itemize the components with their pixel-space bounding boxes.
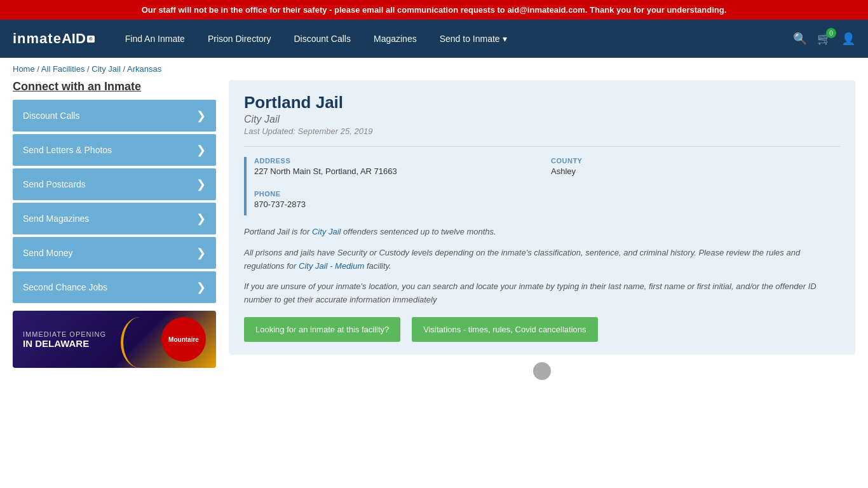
ad-banner[interactable]: IMMEDIATE OPENING IN DELAWARE Mountaire xyxy=(13,311,216,368)
breadcrumb-arkansas[interactable]: Arkansas xyxy=(127,64,161,74)
ad-logo: Mountaire xyxy=(161,317,206,362)
county-value: Ashley xyxy=(551,166,840,176)
main-nav: Find An Inmate Prison Directory Discount… xyxy=(114,20,793,58)
nav-find-inmate[interactable]: Find An Inmate xyxy=(114,20,196,58)
search-inmate-button[interactable]: Looking for an inmate at this facility? xyxy=(244,317,400,342)
action-buttons: Looking for an inmate at this facility? … xyxy=(244,317,840,342)
ad-opening-line: IN DELAWARE xyxy=(23,338,106,349)
nav-prison-directory[interactable]: Prison Directory xyxy=(196,20,283,58)
cart-badge: 0 xyxy=(826,28,836,38)
desc3: If you are unsure of your inmate's locat… xyxy=(244,280,840,307)
sidebar-send-money-label: Send Money xyxy=(23,248,73,258)
address-label: ADDRESS xyxy=(254,157,543,165)
breadcrumb-city-jail[interactable]: City Jail xyxy=(92,64,121,74)
phone-section: PHONE 870-737-2873 xyxy=(254,190,543,209)
county-section: COUNTY Ashley xyxy=(551,157,840,176)
phone-label: PHONE xyxy=(254,190,543,198)
cart-button[interactable]: 🛒 0 xyxy=(817,32,831,46)
user-button[interactable]: 👤 xyxy=(841,32,855,46)
breadcrumb-home[interactable]: Home xyxy=(13,64,35,74)
sidebar-discount-calls-label: Discount Calls xyxy=(23,111,79,121)
facility-name: Portland Jail xyxy=(244,93,840,112)
desc2: All prisons and jails have Security or C… xyxy=(244,247,840,273)
logo-badge: ® xyxy=(87,36,95,43)
sidebar: Connect with an Inmate Discount Calls ❯ … xyxy=(13,80,216,368)
header: inmate AID ® Find An Inmate Prison Direc… xyxy=(0,20,868,58)
sidebar-send-money[interactable]: Send Money ❯ xyxy=(13,237,216,269)
main-layout: Connect with an Inmate Discount Calls ❯ … xyxy=(0,80,868,400)
facility-card: Portland Jail City Jail Last Updated: Se… xyxy=(229,80,855,355)
ad-logo-text: Mountaire xyxy=(168,336,199,343)
nav-discount-calls[interactable]: Discount Calls xyxy=(282,20,362,58)
header-icons: 🔍 🛒 0 👤 xyxy=(793,32,855,46)
logo[interactable]: inmate AID ® xyxy=(13,30,95,47)
sidebar-send-postcards[interactable]: Send Postcards ❯ xyxy=(13,168,216,200)
county-label: COUNTY xyxy=(551,157,840,165)
alert-banner: Our staff will not be in the office for … xyxy=(0,0,868,20)
nav-send-to-inmate[interactable]: Send to Inmate ▾ xyxy=(428,20,519,58)
logo-text: inmate xyxy=(13,30,62,47)
scroll-indicator xyxy=(229,355,855,388)
facility-updated: Last Updated: September 25, 2019 xyxy=(244,126,840,136)
sidebar-discount-calls[interactable]: Discount Calls ❯ xyxy=(13,100,216,132)
sidebar-send-magazines-label: Send Magazines xyxy=(23,214,89,224)
info-grid: ADDRESS 227 North Main St, Portland, AR … xyxy=(244,157,840,215)
sidebar-send-letters[interactable]: Send Letters & Photos ❯ xyxy=(13,134,216,166)
chevron-icon-2: ❯ xyxy=(196,177,206,191)
chevron-icon-5: ❯ xyxy=(196,280,206,294)
ad-arc-decoration xyxy=(121,317,159,368)
breadcrumb: Home / All Facilities / City Jail / Arka… xyxy=(0,58,868,80)
phone-value: 870-737-2873 xyxy=(254,200,543,209)
sidebar-second-chance[interactable]: Second Chance Jobs ❯ xyxy=(13,271,216,303)
logo-aid: AID xyxy=(62,30,86,47)
facility-divider xyxy=(244,146,840,147)
chevron-icon-1: ❯ xyxy=(196,143,206,157)
ad-text-block: IMMEDIATE OPENING IN DELAWARE xyxy=(23,330,106,349)
sidebar-send-letters-label: Send Letters & Photos xyxy=(23,145,112,155)
city-jail-link1[interactable]: City Jail xyxy=(312,227,341,236)
chevron-icon-4: ❯ xyxy=(196,246,206,260)
sidebar-send-magazines[interactable]: Send Magazines ❯ xyxy=(13,203,216,234)
content-area: Portland Jail City Jail Last Updated: Se… xyxy=(229,80,855,388)
sidebar-send-postcards-label: Send Postcards xyxy=(23,179,86,189)
sidebar-second-chance-label: Second Chance Jobs xyxy=(23,282,107,292)
address-section: ADDRESS 227 North Main St, Portland, AR … xyxy=(254,157,543,176)
ad-immediate: IMMEDIATE OPENING xyxy=(23,330,106,338)
connect-title: Connect with an Inmate xyxy=(13,80,216,93)
visitation-button[interactable]: Visitations - times, rules, Covid cancel… xyxy=(412,317,597,342)
search-button[interactable]: 🔍 xyxy=(793,32,807,46)
scroll-dot xyxy=(533,362,551,380)
address-value: 227 North Main St, Portland, AR 71663 xyxy=(254,166,543,176)
breadcrumb-all-facilities[interactable]: All Facilities xyxy=(41,64,85,74)
facility-type: City Jail xyxy=(244,114,840,125)
chevron-icon-3: ❯ xyxy=(196,212,206,226)
alert-text: Our staff will not be in the office for … xyxy=(142,5,727,15)
chevron-icon-0: ❯ xyxy=(196,109,206,123)
city-jail-medium-link[interactable]: City Jail - Medium xyxy=(299,261,364,271)
desc1: Portland Jail is for City Jail offenders… xyxy=(244,226,840,239)
nav-magazines[interactable]: Magazines xyxy=(362,20,428,58)
